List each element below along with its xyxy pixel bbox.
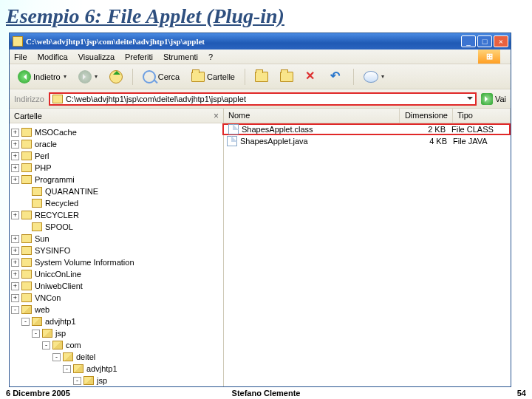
address-field[interactable]: C:\web\advjhtp1\jsp\com\deitel\advjhtp1\… — [49, 92, 477, 106]
expand-toggle[interactable]: + — [11, 129, 19, 137]
tree-node[interactable]: +SYSINFO — [11, 245, 223, 256]
folders-button[interactable]: Cartelle — [188, 69, 239, 84]
separator — [353, 69, 354, 85]
tree-node[interactable]: -advjhtp1 — [11, 363, 223, 375]
expand-toggle[interactable]: + — [11, 247, 19, 255]
tree-label: System Volume Information — [35, 258, 134, 267]
expand-toggle[interactable]: + — [11, 152, 19, 160]
file-row[interactable]: ShapesApplet.java4 KBFile JAVA — [224, 135, 511, 147]
expand-toggle[interactable]: + — [11, 270, 19, 279]
menu-file[interactable]: File — [14, 52, 27, 61]
file-size: 4 KB — [400, 137, 453, 146]
maximize-button[interactable]: □ — [477, 35, 492, 47]
tree-node[interactable]: +Sun — [11, 233, 223, 245]
menu-help[interactable]: ? — [208, 52, 213, 61]
tree-node[interactable]: -web — [11, 304, 223, 316]
folder-icon — [21, 293, 32, 302]
tree-node[interactable]: -com — [11, 339, 223, 351]
tree-node[interactable]: +RECYCLER — [11, 209, 223, 221]
close-button[interactable]: × — [494, 35, 508, 47]
titlebar[interactable]: C:\web\advjhtp1\jsp\com\deitel\advjhtp1\… — [10, 33, 511, 50]
tree-node[interactable]: +MSOCache — [11, 126, 223, 138]
menu-tools[interactable]: Strumenti — [163, 52, 198, 61]
tree-label: Recycled — [45, 199, 78, 208]
folder-icon — [21, 234, 32, 243]
menu-edit[interactable]: Modifica — [38, 52, 68, 61]
folder-icon — [83, 376, 94, 385]
expand-toggle[interactable]: - — [63, 365, 71, 373]
expand-toggle[interactable]: + — [11, 235, 19, 243]
expand-toggle[interactable]: + — [11, 211, 19, 219]
expand-toggle[interactable]: + — [11, 140, 19, 149]
up-button[interactable] — [106, 68, 126, 86]
expand-toggle[interactable]: - — [52, 353, 61, 361]
folders-pane: Cartelle × +MSOCache+oracle+Perl+PHP+Pro… — [10, 109, 224, 386]
back-label: Indietro — [33, 72, 61, 81]
tree-node[interactable]: Recycled — [11, 197, 223, 209]
tree-label: RECYCLER — [35, 211, 79, 219]
folders-label: Cartelle — [207, 72, 235, 81]
menu-view[interactable]: Visualizza — [78, 52, 115, 61]
tree-node[interactable]: QUARANTINE — [11, 185, 223, 197]
slide-title: Esempio 6: File Applet (Plug-in) — [0, 0, 532, 28]
col-size[interactable]: Dimensione — [400, 109, 453, 123]
moveto-button[interactable] — [251, 69, 272, 84]
dropdown-icon[interactable] — [467, 97, 473, 103]
separator — [245, 69, 245, 85]
menu-favorites[interactable]: Preferiti — [125, 52, 153, 61]
tree-node[interactable]: +UniccOnLine — [11, 268, 223, 280]
tree-label: Programmi — [35, 175, 75, 184]
expand-toggle[interactable]: + — [11, 259, 19, 267]
tree-node[interactable]: +UniwebClient — [11, 280, 223, 292]
file-icon — [227, 136, 237, 146]
tree-label: web — [35, 305, 50, 314]
file-size: 2 KB — [398, 125, 451, 134]
expand-toggle[interactable]: + — [11, 164, 19, 172]
folder-tree[interactable]: +MSOCache+oracle+Perl+PHP+ProgrammiQUARA… — [10, 123, 223, 386]
delete-button[interactable]: ✕ — [301, 68, 322, 86]
chevron-down-icon: ▾ — [95, 73, 98, 80]
expand-toggle[interactable]: - — [42, 341, 50, 349]
file-type: File CLASS — [451, 125, 509, 134]
expand-toggle[interactable]: - — [11, 306, 19, 314]
tree-label: Perl — [35, 151, 50, 160]
file-row[interactable]: ShapesApplet.class2 KBFile CLASS — [222, 123, 511, 135]
close-pane-button[interactable]: × — [214, 111, 219, 121]
minimize-button[interactable]: _ — [461, 35, 476, 47]
folder-icon — [32, 222, 42, 231]
folder-icon — [21, 151, 32, 160]
tree-node[interactable]: -advjhtp1 — [11, 316, 223, 327]
tree-node[interactable]: +Programmi — [11, 174, 223, 185]
col-name[interactable]: Nome — [224, 109, 400, 123]
chevron-down-icon: ▾ — [64, 73, 66, 80]
column-headers[interactable]: Nome Dimensione Tipo — [224, 109, 511, 123]
tree-node[interactable]: +VNCon — [11, 292, 223, 304]
expand-toggle[interactable]: - — [73, 377, 81, 385]
tree-node[interactable]: +oracle — [11, 138, 223, 150]
views-button[interactable]: ▾ — [360, 69, 388, 85]
address-bar: Indirizzo C:\web\advjhtp1\jsp\com\deitel… — [10, 89, 511, 109]
chevron-down-icon: ▾ — [381, 73, 384, 80]
undo-button[interactable]: ↶ — [327, 68, 347, 86]
tree-node[interactable]: -jsp — [11, 375, 223, 386]
search-button[interactable]: Cerca — [139, 68, 183, 86]
file-list[interactable]: ShapesApplet.class2 KBFile CLASSShapesAp… — [224, 123, 511, 386]
copyto-button[interactable] — [276, 69, 297, 84]
tree-node[interactable]: +Perl — [11, 150, 223, 162]
expand-toggle[interactable]: + — [11, 294, 19, 302]
expand-toggle[interactable]: + — [11, 176, 19, 184]
tree-node[interactable]: -jsp — [11, 327, 223, 339]
forward-button[interactable]: ▾ — [75, 68, 101, 86]
expand-toggle[interactable]: - — [32, 330, 40, 338]
tree-node[interactable]: -deitel — [11, 351, 223, 363]
tree-node[interactable]: +PHP — [11, 162, 223, 174]
tree-node[interactable]: +System Volume Information — [11, 256, 223, 268]
expand-toggle[interactable]: + — [11, 282, 19, 290]
go-button[interactable]: Vai — [481, 93, 506, 105]
tree-node[interactable]: SPOOL — [11, 221, 223, 233]
back-button[interactable]: Indietro ▾ — [14, 68, 70, 86]
expand-toggle[interactable]: - — [21, 318, 30, 326]
undo-icon: ↶ — [330, 70, 344, 83]
col-type[interactable]: Tipo — [453, 109, 511, 123]
folder-icon — [21, 258, 32, 267]
